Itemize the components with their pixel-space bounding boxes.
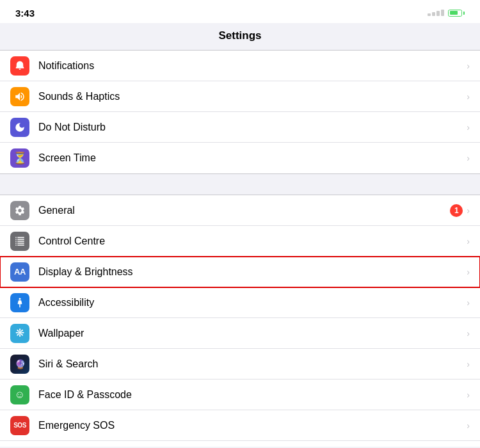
settings-row-general[interactable]: General 1 › [0, 195, 480, 226]
settings-list: Notifications › Sounds & Haptics › Do No… [0, 50, 480, 447]
faceid-icon: ☺ [10, 385, 29, 404]
display-chevron: › [467, 267, 470, 277]
display-label: Display & Brightness [38, 266, 467, 278]
settings-row-faceid[interactable]: ☺ Face ID & Passcode › [0, 380, 480, 410]
settings-row-accessibility[interactable]: Accessibility › [0, 287, 480, 318]
settings-row-siri[interactable]: 🔮 Siri & Search › [0, 349, 480, 380]
screentime-icon: ⏳ [10, 148, 29, 168]
divider-1 [0, 174, 480, 195]
dnd-label: Do Not Disturb [38, 122, 467, 133]
sounds-chevron: › [467, 92, 470, 102]
sounds-label: Sounds & Haptics [38, 91, 467, 102]
settings-row-sos[interactable]: SOS Emergency SOS › [0, 410, 480, 441]
signal-icon [428, 10, 444, 16]
general-label: General [38, 205, 450, 216]
notifications-label: Notifications [38, 60, 467, 72]
screentime-chevron: › [467, 153, 470, 163]
settings-row-battery[interactable]: ▬ Battery › [0, 441, 480, 447]
general-badge: 1 [450, 204, 463, 217]
general-chevron: › [467, 205, 470, 216]
settings-row-display[interactable]: AA Display & Brightness › [0, 257, 480, 287]
faceid-chevron: › [467, 390, 470, 400]
status-icons [428, 10, 465, 17]
page-title-bar: Settings [0, 23, 480, 50]
settings-row-wallpaper[interactable]: ❋ Wallpaper › [0, 318, 480, 349]
settings-row-dnd[interactable]: Do Not Disturb › [0, 112, 480, 143]
sounds-icon [10, 87, 29, 106]
wallpaper-label: Wallpaper [38, 328, 467, 339]
display-icon: AA [10, 262, 29, 282]
svg-point-0 [19, 298, 21, 300]
sos-label: Emergency SOS [38, 420, 467, 431]
accessibility-chevron: › [467, 298, 470, 308]
settings-row-screentime[interactable]: ⏳ Screen Time › [0, 143, 480, 173]
siri-icon: 🔮 [10, 355, 29, 374]
notifications-chevron: › [467, 61, 470, 71]
control-icon [10, 232, 29, 251]
sos-chevron: › [467, 420, 470, 431]
sos-icon: SOS [10, 416, 29, 435]
siri-label: Siri & Search [38, 358, 467, 370]
accessibility-label: Accessibility [38, 297, 467, 308]
wallpaper-chevron: › [467, 328, 470, 339]
control-chevron: › [467, 236, 470, 246]
dnd-chevron: › [467, 122, 470, 132]
settings-row-sounds[interactable]: Sounds & Haptics › [0, 81, 480, 112]
settings-group-2: General 1 › Control Centre › AA Display … [0, 195, 480, 447]
accessibility-icon [10, 293, 29, 312]
wallpaper-icon: ❋ [10, 324, 29, 343]
general-icon [10, 201, 29, 220]
settings-row-notifications[interactable]: Notifications › [0, 51, 480, 81]
settings-row-control[interactable]: Control Centre › [0, 226, 480, 257]
dnd-icon [10, 118, 29, 137]
siri-chevron: › [467, 359, 470, 369]
status-time: 3:43 [15, 8, 35, 19]
settings-group-1: Notifications › Sounds & Haptics › Do No… [0, 50, 480, 174]
faceid-label: Face ID & Passcode [38, 389, 467, 401]
control-label: Control Centre [38, 236, 467, 247]
notifications-icon [10, 56, 29, 76]
battery-status-icon [448, 10, 465, 17]
screentime-label: Screen Time [38, 152, 467, 164]
status-bar: 3:43 [0, 0, 480, 23]
battery-icon: ▬ [10, 447, 29, 447]
page-title: Settings [218, 29, 261, 42]
